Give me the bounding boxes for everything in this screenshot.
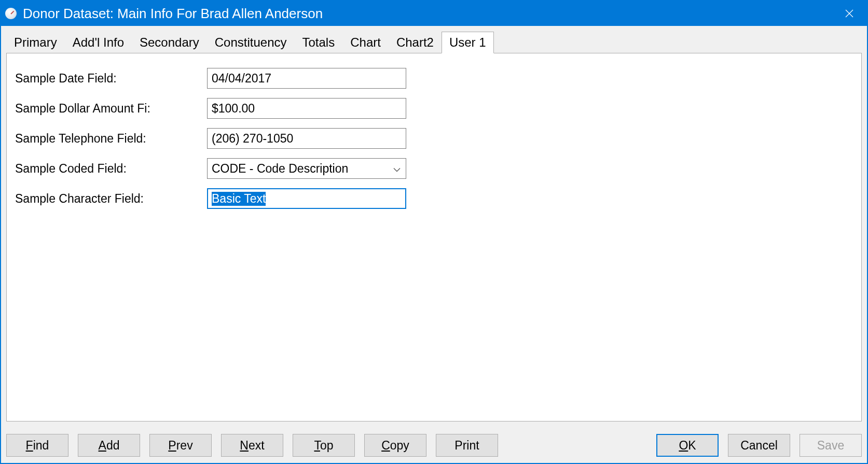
main-window: Donor Dataset: Main Info For Brad Allen …	[0, 0, 868, 464]
tab-totals[interactable]: Totals	[295, 32, 343, 53]
tab-chart[interactable]: Chart	[342, 32, 389, 53]
client-area: Primary Add'l Info Secondary Constituenc…	[1, 26, 867, 427]
app-icon	[5, 8, 17, 19]
tab-label: Totals	[302, 35, 335, 49]
btn-label-rest: K	[688, 439, 696, 452]
btn-label-rest: ind	[33, 439, 49, 452]
tab-label: Add'l Info	[73, 35, 124, 49]
find-button[interactable]: Find	[6, 434, 68, 457]
btn-label-rest: dd	[106, 439, 120, 452]
tab-page-user-1: Sample Date Field: Sample Dollar Amount …	[6, 53, 862, 421]
select-value: CODE - Code Description	[212, 162, 348, 176]
tab-label: Secondary	[140, 35, 199, 49]
top-button[interactable]: Top	[293, 434, 355, 457]
tab-secondary[interactable]: Secondary	[132, 32, 207, 53]
print-button[interactable]: Print	[436, 434, 498, 457]
input-sample-date[interactable]	[207, 68, 406, 89]
label-sample-telephone: Sample Telephone Field:	[15, 132, 207, 146]
row-sample-dollar: Sample Dollar Amount Fi:	[15, 98, 853, 119]
tab-primary[interactable]: Primary	[6, 32, 65, 53]
tab-addl-info[interactable]: Add'l Info	[65, 32, 132, 53]
footer-right-group: OK Cancel Save	[656, 434, 862, 457]
input-sample-dollar[interactable]	[207, 98, 406, 119]
btn-label-rest: ext	[249, 439, 265, 452]
row-sample-coded: Sample Coded Field: CODE - Code Descript…	[15, 158, 853, 179]
footer-left-group: Find Add Prev Next Top Copy Print	[6, 434, 498, 457]
ok-button[interactable]: OK	[656, 434, 719, 457]
add-button[interactable]: Add	[78, 434, 140, 457]
selected-text: Basic Text	[212, 192, 266, 206]
select-sample-coded[interactable]: CODE - Code Description	[207, 158, 406, 179]
next-button[interactable]: Next	[221, 434, 283, 457]
label-sample-dollar: Sample Dollar Amount Fi:	[15, 102, 207, 116]
row-sample-date: Sample Date Field:	[15, 68, 853, 89]
tab-strip: Primary Add'l Info Secondary Constituenc…	[6, 31, 862, 53]
titlebar: Donor Dataset: Main Info For Brad Allen …	[1, 1, 867, 26]
input-sample-telephone[interactable]	[207, 128, 406, 149]
btn-label-rest: opy	[390, 439, 409, 452]
footer: Find Add Prev Next Top Copy Print OK Can…	[1, 427, 867, 463]
btn-label-rest: rev	[176, 439, 193, 452]
save-button[interactable]: Save	[800, 434, 862, 457]
cancel-button[interactable]: Cancel	[728, 434, 790, 457]
btn-label-rest: op	[320, 439, 334, 452]
close-button[interactable]	[836, 1, 863, 26]
tab-user-1[interactable]: User 1	[442, 32, 494, 53]
prev-button[interactable]: Prev	[149, 434, 212, 457]
tab-label: Chart	[350, 35, 381, 49]
label-sample-date: Sample Date Field:	[15, 72, 207, 86]
tab-label: User 1	[449, 35, 486, 49]
tab-label: Primary	[14, 35, 57, 49]
tab-label: Chart2	[396, 35, 434, 49]
copy-button[interactable]: Copy	[364, 434, 426, 457]
window-title: Donor Dataset: Main Info For Brad Allen …	[23, 6, 836, 22]
close-icon	[845, 9, 853, 18]
row-sample-telephone: Sample Telephone Field:	[15, 128, 853, 149]
tab-chart2[interactable]: Chart2	[389, 32, 442, 53]
label-sample-coded: Sample Coded Field:	[15, 162, 207, 176]
label-sample-character: Sample Character Field:	[15, 192, 207, 206]
tab-label: Constituency	[215, 35, 287, 49]
input-sample-character[interactable]: Basic Text	[207, 188, 406, 209]
chevron-down-icon	[393, 162, 401, 176]
btn-label: Print	[454, 439, 479, 452]
btn-label: Save	[817, 439, 844, 452]
row-sample-character: Sample Character Field: Basic Text	[15, 188, 853, 209]
btn-label: Cancel	[740, 439, 778, 452]
tab-constituency[interactable]: Constituency	[207, 32, 295, 53]
